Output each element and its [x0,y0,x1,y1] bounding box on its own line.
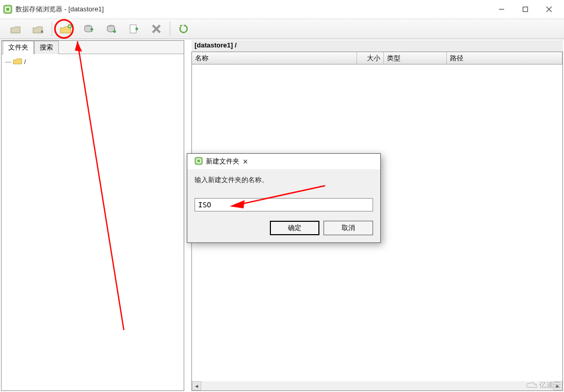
new-folder-button[interactable] [54,19,77,39]
maximize-button[interactable] [513,1,537,18]
tree-root-label: / [24,58,26,66]
nav-up-button[interactable] [4,19,27,39]
ok-button[interactable]: 确定 [270,221,319,235]
col-name[interactable]: 名称 [192,52,357,64]
toolbar [0,19,564,39]
folder-icon [13,57,22,66]
tree-connector: ----- [5,58,11,66]
col-path[interactable]: 路径 [447,52,562,64]
watermark-text: 亿速云 [539,381,561,390]
dialog-body: 输入新建文件夹的名称。 确定 取消 [187,169,380,242]
table-header: 名称 大小 类型 路径 [192,52,562,64]
download-button[interactable] [100,19,122,39]
folder-panel: 文件夹 搜索 ----- / [1,40,184,391]
svg-rect-4 [523,7,528,11]
dialog-app-icon [195,157,203,167]
window-controls [490,1,561,18]
dialog-prompt: 输入新建文件夹的名称。 [195,175,373,185]
cloud-icon [526,381,537,389]
tab-search[interactable]: 搜索 [34,41,59,54]
cancel-button[interactable]: 取消 [324,221,373,235]
tree-root-item[interactable]: ----- / [5,57,181,66]
window-title: 数据存储浏览器 - [datastore1] [15,5,104,14]
titlebar: 数据存储浏览器 - [datastore1] [0,0,564,19]
scroll-left-icon[interactable]: ◄ [192,381,201,390]
horizontal-scrollbar[interactable]: ◄ ► [192,381,562,390]
svg-rect-17 [197,159,200,162]
new-folder-dialog: 新建文件夹 ✕ 输入新建文件夹的名称。 确定 取消 [187,153,381,243]
nav-home-button[interactable] [27,19,50,39]
toolbar-separator [52,22,52,36]
watermark: 亿速云 [526,381,561,390]
dialog-titlebar: 新建文件夹 ✕ [187,154,380,169]
col-size[interactable]: 大小 [357,52,384,64]
app-icon [3,5,12,14]
delete-button[interactable] [145,19,168,39]
close-button[interactable] [537,1,561,18]
dialog-close-button[interactable]: ✕ [243,158,248,166]
col-type[interactable]: 类型 [384,52,447,64]
tab-folders[interactable]: 文件夹 [3,41,34,54]
folder-tree[interactable]: ----- / [2,54,184,390]
minimize-button[interactable] [490,1,513,18]
refresh-button[interactable] [172,19,195,39]
svg-rect-2 [6,8,9,11]
export-button[interactable] [122,19,145,39]
dialog-title: 新建文件夹 [206,157,239,166]
path-bar: [datastore1] / [191,40,563,52]
toolbar-separator [170,22,170,36]
left-tabs: 文件夹 搜索 [2,41,184,54]
upload-button[interactable] [77,19,100,39]
dialog-buttons: 确定 取消 [195,221,373,235]
folder-name-input[interactable] [195,198,373,211]
